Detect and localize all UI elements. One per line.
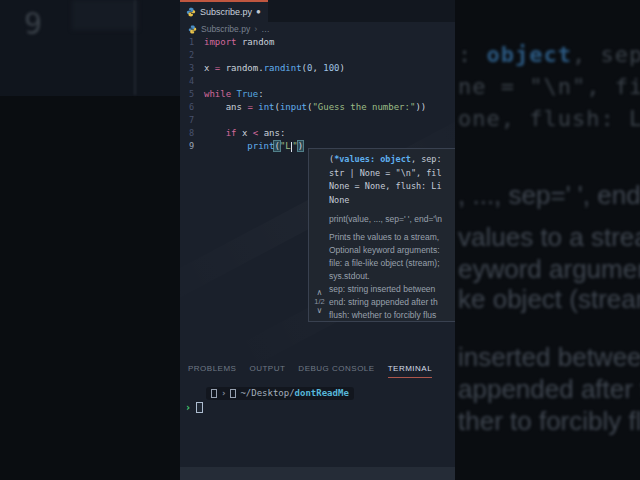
code-token <box>204 141 247 151</box>
signature-help-tooltip: ∧ 1/2 ∨ (*values: object, sep: str | Non… <box>308 148 455 322</box>
terminal-path: ~/Desktop/dontReadMe <box>240 387 348 400</box>
code-token: ) <box>298 141 303 151</box>
code-token: , <box>312 63 323 73</box>
pager-up-icon[interactable]: ∧ <box>312 288 327 297</box>
code-token: int <box>258 102 274 112</box>
python-icon <box>186 7 196 17</box>
code-line-content: if x < ans: <box>204 127 285 140</box>
python-icon <box>188 25 197 34</box>
code-line[interactable]: 8 if x < ans: <box>180 127 455 140</box>
blurred-text-line: values to a stream, <box>458 222 640 253</box>
line-number: 6 <box>180 101 204 114</box>
status-bar <box>180 467 455 480</box>
line-number: 4 <box>180 75 204 88</box>
code-token: x <box>204 63 215 73</box>
signature-line: None <box>329 194 455 208</box>
code-token: "L <box>280 141 291 151</box>
code-token: while <box>204 89 231 99</box>
terminal-cursor <box>196 402 203 413</box>
blurred-tab-shape <box>72 0 138 30</box>
code-token: "Guess the number:" <box>312 102 415 112</box>
code-line-content: ans = int(input("Guess the number:")) <box>204 101 426 114</box>
doc-line: Optional keyword arguments: <box>329 244 455 257</box>
doc-line: flush: whether to forcibly flus <box>329 309 455 322</box>
code-token: random <box>237 37 275 47</box>
breadcrumb[interactable]: Subscribe.py › … <box>180 22 455 36</box>
missing-glyph-box <box>211 389 217 398</box>
code-token: randint <box>264 63 302 73</box>
editor-tab-bar: Subscribe.py ● <box>180 0 455 22</box>
blurred-background-right: : object, sep: ne = "\n", fil one, flush… <box>455 0 640 480</box>
modified-indicator-dot[interactable]: ● <box>256 8 261 16</box>
code-token: import <box>204 37 237 47</box>
panel-tab-bar: PROBLEMS OUTPUT DEBUG CONSOLE TERMINAL <box>180 358 455 378</box>
signature-line: None = None, flush: Li <box>329 180 455 194</box>
pager-down-icon[interactable]: ∨ <box>312 306 327 315</box>
code-token: )) <box>415 102 426 112</box>
breadcrumb-more[interactable]: … <box>261 24 270 34</box>
doc-line: sys.stdout. <box>329 270 455 283</box>
code-line[interactable]: 7 <box>180 114 455 127</box>
pager-count: 1/2 <box>314 297 324 306</box>
path-directory: dontReadMe <box>295 388 349 398</box>
vscode-window: Subscribe.py ● Subscribe.py › … 1import … <box>180 0 455 480</box>
tab-subscribe-py[interactable]: Subscribe.py ● <box>180 0 268 22</box>
code-line-content: import random <box>204 36 274 49</box>
tab-terminal[interactable]: TERMINAL <box>388 364 432 378</box>
code-token: 100 <box>323 63 339 73</box>
blurred-text-line: ne = "\n", fil <box>458 74 640 99</box>
code-line[interactable]: 4 <box>180 75 455 88</box>
blurred-line-number: 9 <box>24 6 42 41</box>
blurred-text: : <box>458 42 487 67</box>
code-line-content: print("L") <box>204 140 303 153</box>
missing-glyph-box <box>230 389 236 398</box>
blurred-text: , sep: <box>572 42 640 67</box>
terminal-pane[interactable]: › ~/Desktop/dontReadMe › <box>180 384 455 467</box>
code-token: ) <box>340 63 345 73</box>
code-token: input <box>280 102 307 112</box>
line-number: 7 <box>180 114 204 127</box>
code-token: print <box>247 141 274 151</box>
code-token: : <box>280 128 285 138</box>
breadcrumb-file[interactable]: Subscribe.py <box>201 24 250 34</box>
doc-line: Prints the values to a stream, <box>329 231 455 244</box>
code-token: if <box>226 128 237 138</box>
code-token: ans <box>258 128 280 138</box>
code-token: True <box>237 89 259 99</box>
code-token: x <box>237 128 253 138</box>
line-number-active: 9 <box>180 140 204 153</box>
code-line[interactable]: 3x = random.randint(0, 100) <box>180 62 455 75</box>
blurred-text-line: , ..., sep=' ', end='\n <box>458 180 640 211</box>
blurred-text-line: ther to forcibly flus <box>458 406 640 437</box>
code-token: = <box>247 102 258 112</box>
code-token: = <box>215 63 226 73</box>
blurred-text-line: inserted between <box>458 342 640 373</box>
terminal-prompt-line: › ~/Desktop/dontReadMe <box>206 387 354 400</box>
code-line[interactable]: 1import random <box>180 36 455 49</box>
tab-problems[interactable]: PROBLEMS <box>188 364 236 378</box>
code-token <box>204 128 226 138</box>
tooltip-body: (*values: object, sep: str | None = "\n"… <box>329 153 455 322</box>
code-token: ans <box>226 102 248 112</box>
line-number: 2 <box>180 49 204 62</box>
sig-rest: , sep: <box>411 154 442 164</box>
signature-line: (*values: object, sep: <box>329 153 455 167</box>
code-line-content: x = random.randint(0, 100) <box>204 62 345 75</box>
signature-pager: ∧ 1/2 ∨ <box>312 288 327 315</box>
code-line[interactable]: 6 ans = int(input("Guess the number:")) <box>180 101 455 114</box>
doc-line: sep: string inserted between <box>329 283 455 296</box>
signature-line: str | None = "\n", fil <box>329 167 455 181</box>
tab-output[interactable]: OUTPUT <box>249 364 285 378</box>
code-token: : <box>258 89 263 99</box>
line-number: 1 <box>180 36 204 49</box>
video-frame: 9 : object, sep: ne = "\n", fil one, flu… <box>0 0 640 480</box>
blurred-divider-line <box>134 0 136 95</box>
tab-debug-console[interactable]: DEBUG CONSOLE <box>298 364 374 378</box>
prompt-chevron-green-icon: › <box>185 402 191 413</box>
active-parameter: *values: object <box>334 154 411 164</box>
code-line[interactable]: 5while True: <box>180 88 455 101</box>
code-token: " <box>292 141 297 151</box>
blurred-text-line: eyword arguments: <box>458 254 640 285</box>
terminal-input-line[interactable]: › <box>185 401 203 414</box>
code-line[interactable]: 2 <box>180 49 455 62</box>
